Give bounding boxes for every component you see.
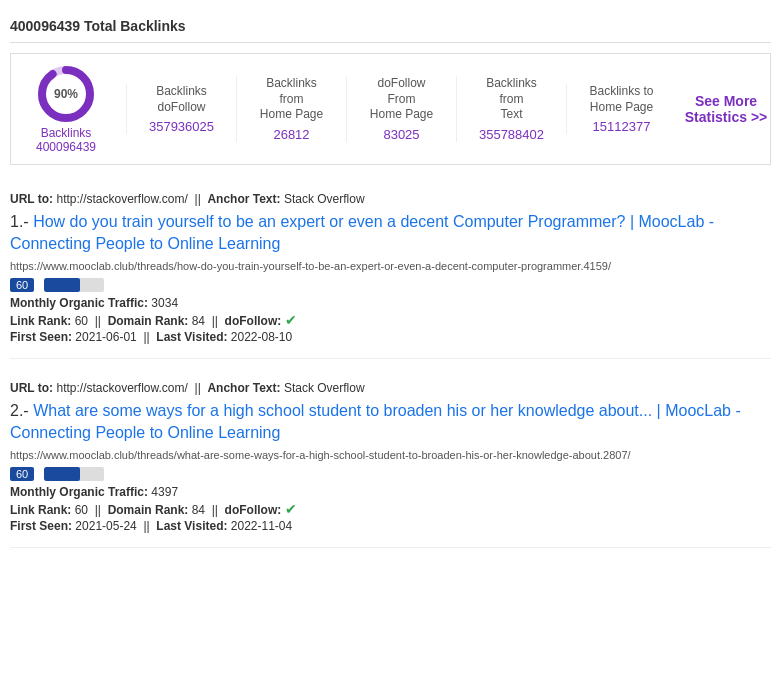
traffic-line-2: Monthly Organic Traffic: 4397 — [10, 485, 771, 499]
traffic-value-1: 3034 — [151, 296, 178, 310]
first-seen-value-2: 2021-05-24 — [75, 519, 136, 533]
dofollow-label-1: doFollow: — [225, 314, 282, 328]
dofollow-check-1: ✔ — [285, 312, 297, 328]
stat-text: Backlinks fromText 355788402 — [456, 76, 546, 142]
rank-badge-1: 60 — [10, 278, 34, 292]
rank-bar-row-1: 60 — [10, 278, 771, 292]
last-visited-label-2: Last Visited: — [156, 519, 227, 533]
anchor-text-value-1: Stack Overflow — [284, 192, 365, 206]
stat-label-homepage: Backlinks fromHome Page — [257, 76, 326, 123]
result-item-1: URL to: http://stackoverflow.com/ || Anc… — [10, 180, 771, 359]
traffic-value-2: 4397 — [151, 485, 178, 499]
first-seen-label-1: First Seen: — [10, 330, 72, 344]
stats-bar: 90% Backlinks 400096439 BacklinksdoFollo… — [10, 53, 771, 165]
donut-widget: 90% Backlinks 400096439 — [26, 64, 106, 154]
traffic-label-1: Monthly Organic Traffic: — [10, 296, 148, 310]
result-title-1[interactable]: 1.- How do you train yourself to be an e… — [10, 211, 771, 256]
result-title-text-2: What are some ways for a high school stu… — [10, 402, 741, 441]
rank-bar-fill-2 — [44, 467, 80, 481]
link-rank-value-2: 60 — [75, 503, 88, 517]
domain-rank-value-2: 84 — [192, 503, 205, 517]
last-visited-label-1: Last Visited: — [156, 330, 227, 344]
url-to-line-1: URL to: http://stackoverflow.com/ || Anc… — [10, 192, 771, 206]
url-to-value-1: http://stackoverflow.com/ — [56, 192, 187, 206]
result-url-2: https://www.mooclab.club/threads/what-ar… — [10, 449, 771, 461]
dofollow-label-2: doFollow: — [225, 503, 282, 517]
result-title-2[interactable]: 2.- What are some ways for a high school… — [10, 400, 771, 445]
last-visited-value-2: 2022-11-04 — [231, 519, 292, 533]
stat-label-dofollow-home: doFollow FromHome Page — [367, 76, 436, 123]
stat-homepage: Backlinks fromHome Page 26812 — [236, 76, 326, 142]
stat-dofollow: BacklinksdoFollow 357936025 — [126, 84, 216, 134]
stat-label-text: Backlinks fromText — [477, 76, 546, 123]
anchor-text-label-2: Anchor Text: — [207, 381, 280, 395]
traffic-line-1: Monthly Organic Traffic: 3034 — [10, 296, 771, 310]
stat-value-to-home: 15112377 — [593, 119, 651, 134]
page-title: 400096439 Total Backlinks — [10, 10, 771, 43]
donut-label: Backlinks — [41, 126, 92, 140]
url-to-label-2: URL to: — [10, 381, 53, 395]
see-more-button[interactable]: See MoreStatistics >> — [676, 93, 776, 125]
domain-rank-value-1: 84 — [192, 314, 205, 328]
stat-value-dofollow-home: 83025 — [383, 127, 419, 142]
link-rank-label-1: Link Rank: — [10, 314, 71, 328]
stat-value-text: 355788402 — [479, 127, 544, 142]
donut-count: 400096439 — [36, 140, 96, 154]
url-to-line-2: URL to: http://stackoverflow.com/ || Anc… — [10, 381, 771, 395]
result-title-text-1: How do you train yourself to be an exper… — [10, 213, 714, 252]
stat-to-home: Backlinks toHome Page 15112377 — [566, 84, 656, 134]
result-index-2: 2.- — [10, 402, 33, 419]
result-index-1: 1.- — [10, 213, 33, 230]
rank-bar-bg-1 — [44, 278, 104, 292]
dates-line-2: First Seen: 2021-05-24 || Last Visited: … — [10, 519, 771, 533]
rank-bar-fill-1 — [44, 278, 80, 292]
dates-line-1: First Seen: 2021-06-01 || Last Visited: … — [10, 330, 771, 344]
link-rank-value-1: 60 — [75, 314, 88, 328]
rank-bar-bg-2 — [44, 467, 104, 481]
stat-dofollow-home: doFollow FromHome Page 83025 — [346, 76, 436, 142]
stat-label-to-home: Backlinks toHome Page — [589, 84, 653, 115]
link-rank-label-2: Link Rank: — [10, 503, 71, 517]
rank-bar-row-2: 60 — [10, 467, 771, 481]
rank-line-1: Link Rank: 60 || Domain Rank: 84 || doFo… — [10, 312, 771, 328]
rank-line-2: Link Rank: 60 || Domain Rank: 84 || doFo… — [10, 501, 771, 517]
result-url-1: https://www.mooclab.club/threads/how-do-… — [10, 260, 771, 272]
stat-value-dofollow: 357936025 — [149, 119, 214, 134]
url-to-label-1: URL to: — [10, 192, 53, 206]
last-visited-value-1: 2022-08-10 — [231, 330, 292, 344]
url-to-value-2: http://stackoverflow.com/ — [56, 381, 187, 395]
first-seen-value-1: 2021-06-01 — [75, 330, 136, 344]
stat-value-homepage: 26812 — [273, 127, 309, 142]
dofollow-check-2: ✔ — [285, 501, 297, 517]
traffic-label-2: Monthly Organic Traffic: — [10, 485, 148, 499]
rank-badge-2: 60 — [10, 467, 34, 481]
donut-percent: 90% — [54, 87, 78, 101]
domain-rank-label-2: Domain Rank: — [108, 503, 189, 517]
domain-rank-label-1: Domain Rank: — [108, 314, 189, 328]
result-item-2: URL to: http://stackoverflow.com/ || Anc… — [10, 369, 771, 548]
anchor-text-label-1: Anchor Text: — [207, 192, 280, 206]
first-seen-label-2: First Seen: — [10, 519, 72, 533]
stat-label-dofollow: BacklinksdoFollow — [156, 84, 207, 115]
donut-chart: 90% — [36, 64, 96, 124]
anchor-text-value-2: Stack Overflow — [284, 381, 365, 395]
